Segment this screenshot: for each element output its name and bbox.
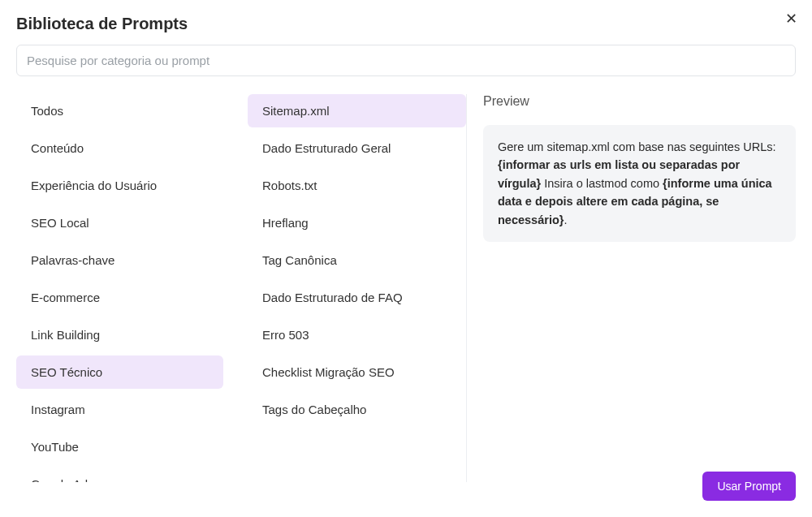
category-item[interactable]: Experiência do Usuário [16,169,223,202]
prompt-item[interactable]: Hreflang [248,206,466,239]
prompt-item[interactable]: Dado Estruturado Geral [248,131,466,165]
search-placeholder: Pesquise por categoria ou prompt [27,54,209,67]
category-item[interactable]: Palavras-chave [16,243,223,277]
preview-segment: . [564,213,567,226]
use-prompt-button[interactable]: Usar Prompt [702,472,796,501]
prompt-item[interactable]: Sitemap.xml [248,94,466,127]
close-icon[interactable]: ✕ [785,11,797,26]
preview-content: Gere um sitemap.xml com base nas seguint… [483,125,796,242]
preview-segment: Gere um sitemap.xml com base nas seguint… [498,140,776,153]
prompt-item[interactable]: Robots.txt [248,169,466,202]
category-item[interactable]: Link Building [16,318,223,351]
category-item[interactable]: Google Ads [16,467,223,482]
page-title: Biblioteca de Prompts [16,15,188,33]
category-item[interactable]: Todos [16,94,223,127]
preview-segment: Insira o lastmod como [541,177,663,190]
prompt-item[interactable]: Dado Estruturado de FAQ [248,281,466,314]
prompt-item[interactable]: Tags do Cabeçalho [248,393,466,426]
preview-title: Preview [483,94,796,109]
category-item[interactable]: Instagram [16,393,223,426]
category-item[interactable]: SEO Técnico [16,355,223,389]
category-item[interactable]: Conteúdo [16,131,223,165]
prompt-item[interactable]: Checklist Migração SEO [248,355,466,389]
category-list: TodosConteúdoExperiência do UsuárioSEO L… [16,94,231,482]
category-item[interactable]: E-commerce [16,281,223,314]
preview-panel: Preview Gere um sitemap.xml com base nas… [467,94,796,482]
prompt-item[interactable]: Erro 503 [248,318,466,351]
prompt-item[interactable]: Tag Canônica [248,243,466,277]
category-item[interactable]: YouTube [16,430,223,463]
prompt-list: Sitemap.xmlDado Estruturado GeralRobots.… [231,94,467,482]
category-item[interactable]: SEO Local [16,206,223,239]
search-input[interactable]: Pesquise por categoria ou prompt [16,45,796,76]
